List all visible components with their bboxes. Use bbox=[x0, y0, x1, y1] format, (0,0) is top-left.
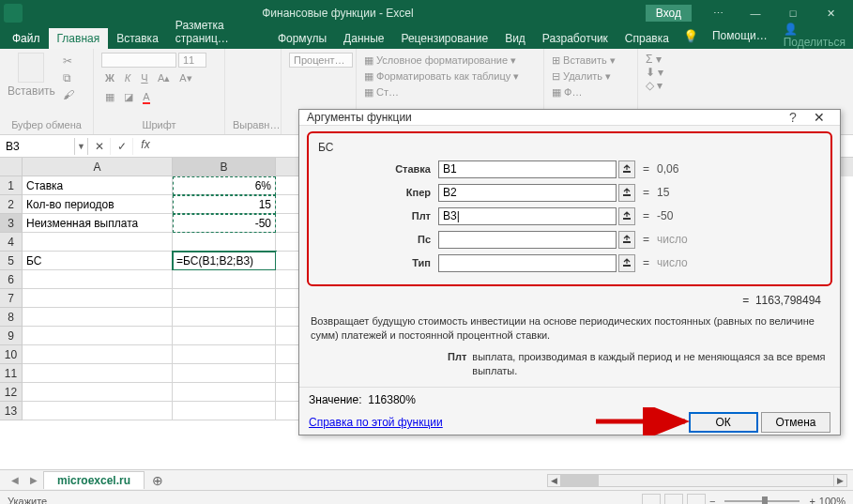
row-header[interactable]: 1 bbox=[0, 176, 23, 195]
new-sheet-button[interactable]: ⊕ bbox=[145, 473, 171, 488]
font-shrink-icon[interactable]: A▾ bbox=[175, 70, 195, 86]
row-header[interactable]: 7 bbox=[0, 289, 23, 308]
row-header[interactable]: 13 bbox=[0, 402, 23, 420]
cell[interactable]: Неизменная выплата bbox=[23, 214, 173, 233]
format-as-table[interactable]: ▦ Форматировать как таблицу ▾ bbox=[364, 69, 536, 84]
cell[interactable]: Ставка bbox=[23, 176, 173, 195]
cancel-button[interactable]: Отмена bbox=[761, 412, 830, 433]
row-header[interactable]: 2 bbox=[0, 195, 23, 214]
name-box[interactable]: B3 bbox=[0, 138, 75, 155]
tellme-icon[interactable]: 💡 bbox=[678, 29, 704, 43]
name-box-dropdown[interactable]: ▼ bbox=[75, 138, 88, 155]
sheet-nav-next[interactable]: ▶ bbox=[24, 475, 43, 485]
tab-file[interactable]: Файл bbox=[4, 28, 49, 49]
row-header[interactable]: 11 bbox=[0, 364, 23, 383]
font-name-box[interactable] bbox=[101, 53, 176, 68]
row-header[interactable]: 3 bbox=[0, 214, 23, 233]
arg-input[interactable] bbox=[438, 160, 617, 178]
cell[interactable] bbox=[173, 233, 276, 252]
cell-selected[interactable]: =БС(B1;B2;B3) bbox=[173, 252, 276, 270]
underline-button[interactable]: Ч bbox=[137, 70, 152, 86]
cancel-formula-icon[interactable]: ✕ bbox=[88, 138, 111, 155]
cell[interactable]: 6% bbox=[173, 176, 276, 195]
ok-button[interactable]: ОК bbox=[689, 412, 758, 433]
arg-input[interactable] bbox=[438, 231, 617, 249]
sheet sheet-nav-prev[interactable]: ◀ bbox=[6, 475, 24, 485]
insert-cells[interactable]: ⊞ Вставить ▾ bbox=[552, 53, 630, 69]
arg-input[interactable] bbox=[438, 254, 617, 272]
login-button[interactable]: Вход bbox=[646, 5, 692, 22]
collapse-dialog-icon[interactable] bbox=[618, 254, 635, 272]
view-page-layout-icon[interactable] bbox=[664, 494, 683, 505]
number-format-box[interactable]: Процент… bbox=[289, 53, 353, 68]
view-page-break-icon[interactable] bbox=[687, 494, 706, 505]
border-icon[interactable]: ▦ bbox=[101, 89, 118, 105]
cell-styles[interactable]: ▦ Ст… bbox=[364, 84, 536, 100]
zoom-out-icon[interactable]: − bbox=[709, 496, 715, 505]
minimize-button[interactable]: — bbox=[737, 8, 774, 19]
cell[interactable]: Кол-во периодов bbox=[23, 195, 173, 214]
ribbon-options-icon[interactable]: ⋯ bbox=[699, 8, 737, 20]
tab-developer[interactable]: Разработчик bbox=[534, 28, 617, 49]
tab-insert[interactable]: Вставка bbox=[108, 28, 167, 49]
maximize-button[interactable]: □ bbox=[774, 8, 812, 19]
horizontal-scrollbar[interactable]: ◀▶ bbox=[547, 474, 847, 487]
view-normal-icon[interactable] bbox=[642, 494, 661, 505]
copy-icon[interactable]: ⧉ bbox=[63, 71, 74, 84]
tab-review[interactable]: Рецензирование bbox=[392, 28, 496, 49]
collapse-dialog-icon[interactable] bbox=[618, 207, 635, 225]
collapse-dialog-icon[interactable] bbox=[618, 184, 635, 202]
font-grow-icon[interactable]: A▴ bbox=[154, 70, 174, 86]
cut-icon[interactable]: ✂ bbox=[63, 54, 74, 68]
share-button[interactable]: 👤 Поделиться bbox=[776, 23, 853, 49]
delete-cells[interactable]: ⊟ Удалить ▾ bbox=[552, 69, 630, 84]
row-header[interactable]: 9 bbox=[0, 327, 23, 345]
font-size-box[interactable]: 11 bbox=[178, 53, 206, 68]
row-header[interactable]: 4 bbox=[0, 233, 23, 252]
col-header-b[interactable]: B bbox=[173, 158, 276, 176]
row-header[interactable]: 8 bbox=[0, 308, 23, 327]
clear-icon[interactable]: ◇ ▾ bbox=[646, 79, 678, 92]
help-link[interactable]: Справка по этой функции bbox=[309, 416, 443, 429]
fill-icon[interactable]: ⬇ ▾ bbox=[646, 66, 678, 79]
row-header[interactable]: 5 bbox=[0, 252, 23, 270]
fx-icon[interactable]: fx bbox=[133, 138, 158, 155]
arg-input[interactable] bbox=[438, 207, 617, 225]
row-header[interactable]: 6 bbox=[0, 270, 23, 289]
tab-help[interactable]: Справка bbox=[617, 28, 678, 49]
bold-button[interactable]: Ж bbox=[101, 70, 118, 86]
cell[interactable]: -50 bbox=[173, 214, 276, 233]
tellme[interactable]: Помощи… bbox=[704, 25, 776, 46]
dialog-close-icon[interactable]: ✕ bbox=[806, 110, 832, 125]
italic-button[interactable]: К bbox=[120, 70, 135, 86]
font-color-icon[interactable]: A bbox=[139, 89, 154, 105]
row-header[interactable]: 10 bbox=[0, 345, 23, 364]
collapse-dialog-icon[interactable] bbox=[618, 160, 635, 178]
close-button[interactable]: ✕ bbox=[812, 8, 849, 20]
conditional-formatting[interactable]: ▦ Условное форматирование ▾ bbox=[364, 53, 536, 69]
tab-formulas[interactable]: Формулы bbox=[269, 28, 335, 49]
cell[interactable]: 15 bbox=[173, 195, 276, 214]
tab-layout[interactable]: Разметка страниц… bbox=[167, 15, 269, 49]
paste-label: Вставить bbox=[8, 84, 55, 98]
format-painter-icon[interactable]: 🖌 bbox=[63, 88, 74, 101]
col-header-a[interactable]: A bbox=[23, 158, 173, 176]
sheet-tab[interactable]: microexcel.ru bbox=[43, 471, 145, 489]
tab-data[interactable]: Данные bbox=[335, 28, 392, 49]
dialog-help-icon[interactable]: ? bbox=[780, 110, 806, 125]
row-header[interactable]: 12 bbox=[0, 383, 23, 402]
tab-view[interactable]: Вид bbox=[496, 28, 534, 49]
collapse-dialog-icon[interactable] bbox=[618, 231, 635, 249]
fill-color-icon[interactable]: ◪ bbox=[120, 89, 137, 105]
autosum-icon[interactable]: Σ ▾ bbox=[646, 53, 678, 66]
enter-formula-icon[interactable]: ✓ bbox=[111, 138, 133, 155]
select-all-corner[interactable] bbox=[0, 158, 23, 176]
arg-input[interactable] bbox=[438, 184, 617, 202]
zoom-slider[interactable] bbox=[724, 500, 800, 502]
cell[interactable] bbox=[23, 233, 173, 252]
tab-home[interactable]: Главная bbox=[49, 28, 109, 49]
zoom-in-icon[interactable]: + bbox=[809, 496, 815, 505]
cell[interactable]: БС bbox=[23, 252, 173, 270]
dialog-title: Аргументы функции bbox=[307, 111, 780, 124]
format-cells[interactable]: ▦ Ф… bbox=[552, 84, 630, 100]
